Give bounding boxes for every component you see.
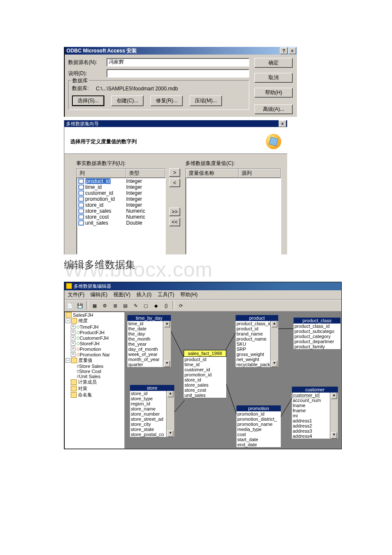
- column-row[interactable]: the_year: [127, 341, 165, 347]
- column-row[interactable]: store_postal_co: [130, 432, 168, 437]
- column-row[interactable]: recyclable_pack: [236, 362, 272, 367]
- tree-dimension[interactable]: + TimeFJH: [65, 324, 124, 330]
- column-row[interactable]: store_street_ad: [130, 416, 168, 422]
- column-row[interactable]: media_type: [236, 427, 281, 432]
- table-product[interactable]: product ▲▼product_class_idproduct_idbran…: [236, 315, 278, 367]
- menu-help[interactable]: 帮助(H): [178, 291, 200, 299]
- measure-name-header[interactable]: 度量值名称: [186, 169, 239, 178]
- column-row[interactable]: promotion_id: [236, 411, 281, 416]
- menu-tools[interactable]: 工具(T): [155, 291, 177, 299]
- column-row[interactable]: promotion_district_: [236, 416, 281, 422]
- menu-view[interactable]: 视图(V): [111, 291, 133, 299]
- column-row[interactable]: brand_name: [236, 331, 272, 336]
- column-header[interactable]: 列: [77, 169, 126, 178]
- column-row[interactable]: store_city: [130, 422, 168, 427]
- column-row[interactable]: customer_id: [292, 393, 332, 398]
- list-item[interactable]: store_costNumeric: [77, 214, 165, 220]
- table-customer[interactable]: customer ▲▼customer_idaccount_numlnamefn…: [292, 387, 338, 439]
- column-row[interactable]: gross_weight: [236, 352, 272, 357]
- column-row[interactable]: store_state: [130, 427, 168, 432]
- menu-edit[interactable]: 编辑(E): [88, 291, 110, 299]
- tree-named[interactable]: 命名集: [65, 392, 124, 398]
- cancel-button[interactable]: 取消: [254, 73, 293, 83]
- scrollbar[interactable]: ▲▼: [330, 393, 338, 439]
- column-row[interactable]: lname: [292, 403, 332, 408]
- column-row[interactable]: account_num: [292, 398, 332, 403]
- column-row[interactable]: store_name: [130, 406, 168, 411]
- column-row[interactable]: address2: [292, 423, 332, 428]
- column-row[interactable]: product_category: [294, 334, 340, 339]
- table-product-class[interactable]: product_class product_class_idproduct_su…: [294, 318, 340, 349]
- list-item[interactable]: unit_salesDouble: [77, 220, 165, 226]
- tool-icon[interactable]: ▤: [121, 301, 130, 310]
- column-row[interactable]: address1: [292, 418, 332, 423]
- tree-dimensions[interactable]: −维度: [65, 318, 124, 324]
- tool-icon[interactable]: ⚙: [100, 301, 110, 310]
- column-row[interactable]: product_family: [294, 344, 340, 349]
- tree-root[interactable]: SalesFJH: [65, 312, 124, 318]
- process-icon[interactable]: ⟳: [176, 301, 185, 310]
- table-time-by-day[interactable]: time_by_day ▲▼time_idthe_datethe_daythe_…: [127, 315, 171, 367]
- list-item[interactable]: store_idInteger: [77, 202, 165, 208]
- column-row[interactable]: product_id: [236, 326, 272, 331]
- type-header[interactable]: 类型: [126, 169, 165, 178]
- list-item[interactable]: product_idInteger: [77, 178, 165, 184]
- column-row[interactable]: product_id: [184, 357, 226, 362]
- select-button[interactable]: 选择(S)...: [72, 95, 104, 106]
- column-row[interactable]: product_class_id: [294, 324, 340, 329]
- column-row[interactable]: address3: [292, 428, 332, 434]
- column-row[interactable]: promotion_name: [236, 422, 281, 427]
- column-row[interactable]: start_date: [236, 437, 281, 442]
- source-header[interactable]: 源列: [239, 169, 281, 178]
- column-row[interactable]: promotion_id: [184, 372, 226, 377]
- scrollbar[interactable]: ▲▼: [270, 321, 278, 367]
- column-row[interactable]: month_of_year: [127, 357, 165, 362]
- tree-dimension[interactable]: + CustomerFJH: [65, 335, 124, 341]
- scrollbar[interactable]: ▲▼: [163, 321, 171, 367]
- table-store[interactable]: store ▲▼store_idstore_typeregion_idstore…: [130, 385, 174, 437]
- column-row[interactable]: store_type: [130, 396, 168, 401]
- tool-icon[interactable]: ▢: [141, 301, 150, 310]
- tool-icon[interactable]: ✎: [131, 301, 140, 310]
- column-row[interactable]: product_departmer: [294, 339, 340, 344]
- column-row[interactable]: week_of_year: [127, 352, 165, 357]
- list-item[interactable]: time_idInteger: [77, 184, 165, 190]
- scrollbar[interactable]: ▲▼: [166, 391, 174, 437]
- column-row[interactable]: store_sales: [184, 382, 226, 387]
- column-row[interactable]: cost: [236, 432, 281, 437]
- column-row[interactable]: product_class_id: [236, 321, 272, 326]
- column-row[interactable]: address4: [292, 434, 332, 439]
- list-item[interactable]: promotion_idInteger: [77, 196, 165, 202]
- column-row[interactable]: SRP: [236, 347, 272, 352]
- add-all-button[interactable]: >>: [169, 208, 180, 216]
- column-row[interactable]: day_of_month: [127, 347, 165, 352]
- tree-actions[interactable]: 对策: [65, 385, 124, 392]
- ok-button[interactable]: 确定: [254, 58, 293, 68]
- column-row[interactable]: store_number: [130, 411, 168, 416]
- table-promotion[interactable]: promotion promotion_idpromotion_district…: [236, 405, 281, 447]
- table-sales-fact[interactable]: sales_fact_1998 product_idtime_idcustome…: [184, 350, 226, 398]
- tool-icon[interactable]: ▦: [90, 301, 99, 310]
- column-row[interactable]: mi: [292, 413, 332, 418]
- tree-dimension[interactable]: + ProductFJH: [65, 330, 124, 335]
- menu-file[interactable]: 文件(F): [65, 291, 87, 299]
- list-item[interactable]: store_salesNumeric: [77, 208, 165, 214]
- list-item[interactable]: customer_idInteger: [77, 190, 165, 196]
- menu-insert[interactable]: 插入(I): [134, 291, 154, 299]
- column-row[interactable]: store_id: [130, 391, 168, 396]
- advanced-button[interactable]: 高级(A)...: [254, 104, 293, 114]
- tool-icon[interactable]: ◆: [151, 301, 161, 310]
- column-row[interactable]: fname: [292, 408, 332, 413]
- tool-icon[interactable]: {}: [161, 301, 171, 310]
- column-row[interactable]: store_id: [184, 377, 226, 382]
- compact-button[interactable]: 压缩(M)...: [190, 95, 222, 106]
- column-row[interactable]: time_id: [127, 321, 165, 326]
- measures-list[interactable]: 度量值名称 源列: [185, 168, 281, 254]
- datasource-input[interactable]: 冯家辉: [107, 58, 249, 66]
- tree-measures[interactable]: −度量值: [65, 357, 124, 364]
- tree-measure[interactable]: Unit Sales: [65, 374, 124, 379]
- save-icon[interactable]: 💾: [75, 301, 85, 310]
- column-row[interactable]: unit_sales: [184, 393, 226, 398]
- column-row[interactable]: the_date: [127, 326, 165, 331]
- close-icon[interactable]: ×: [288, 47, 296, 54]
